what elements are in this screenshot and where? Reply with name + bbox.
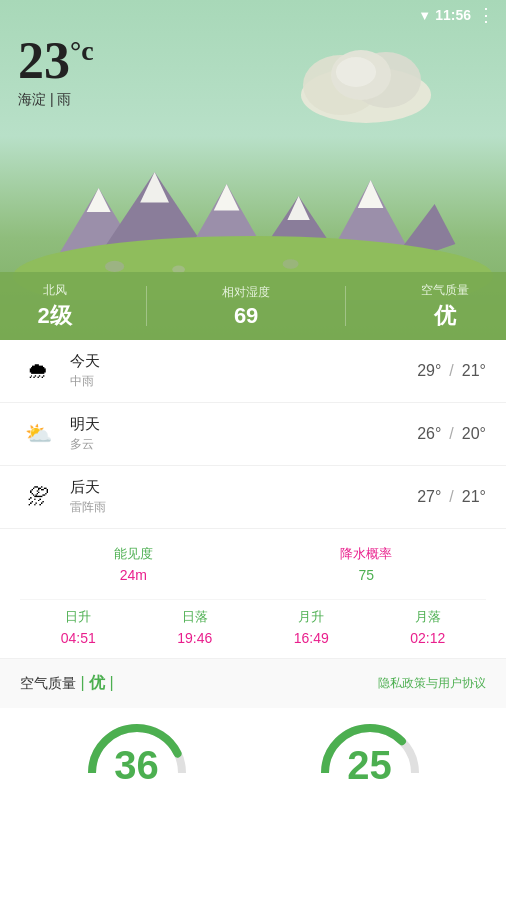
- details-panel: 能见度 24m 降水概率 75 日升 04:51 日落 19:46 月升 16:…: [0, 529, 506, 659]
- precipitation-item: 降水概率 75: [340, 545, 392, 583]
- air-quality-label: 空气质量: [421, 282, 469, 299]
- gauge-2-value: 25: [347, 743, 392, 788]
- wind-label: 北风: [43, 282, 67, 299]
- forecast-day-after[interactable]: ⛈ 后天 雷阵雨 27° / 21°: [0, 466, 506, 529]
- tomorrow-temps: 26° / 20°: [417, 425, 486, 443]
- gauges-section: 36 25: [0, 708, 506, 798]
- humidity-value: 69: [234, 303, 258, 329]
- hero-section: 23°c 海淀 | 雨 北风 2级 相对湿度 69 空气质量 优: [0, 0, 506, 340]
- wind-value: 2级: [37, 301, 71, 331]
- gauge-2: 25: [310, 718, 430, 788]
- day-after-high: 27°: [417, 488, 441, 506]
- precipitation-value: 75: [358, 567, 374, 583]
- svg-point-4: [336, 57, 376, 87]
- day-after-temps: 27° / 21°: [417, 488, 486, 506]
- aq-link[interactable]: 隐私政策与用户协议: [378, 675, 486, 692]
- moonrise-label: 月升: [298, 608, 324, 626]
- visibility-value: 24m: [120, 567, 147, 583]
- stat-divider-2: [345, 286, 346, 326]
- gauge-1: 36: [77, 718, 197, 788]
- aq-title: 空气质量: [20, 675, 76, 691]
- location-weather: 海淀 | 雨: [18, 91, 94, 109]
- today-weather-icon: 🌧: [20, 353, 56, 389]
- day-after-desc: 雷阵雨: [70, 499, 417, 516]
- tomorrow-slash: /: [449, 425, 453, 443]
- more-icon[interactable]: ⋮: [477, 4, 494, 26]
- tomorrow-weather-icon: ⛅: [20, 416, 56, 452]
- moonrise-item: 月升 16:49: [294, 608, 329, 646]
- svg-marker-13: [214, 184, 240, 210]
- stat-divider-1: [146, 286, 147, 326]
- day-after-weather-icon: ⛈: [20, 479, 56, 515]
- tomorrow-desc: 多云: [70, 436, 417, 453]
- wifi-icon: ▼: [418, 8, 431, 23]
- svg-marker-15: [358, 180, 384, 208]
- air-quality-stat: 空气质量 优: [421, 282, 469, 331]
- forecast-tomorrow[interactable]: ⛅ 明天 多云 26° / 20°: [0, 403, 506, 466]
- details-grid: 能见度 24m 降水概率 75: [20, 545, 486, 583]
- day-after-info: 后天 雷阵雨: [70, 478, 417, 516]
- visibility-item: 能见度 24m: [114, 545, 153, 583]
- sunset-label: 日落: [182, 608, 208, 626]
- aq-badge: 优: [89, 674, 105, 691]
- forecast-today[interactable]: 🌧 今天 中雨 29° / 21°: [0, 340, 506, 403]
- svg-point-20: [283, 259, 299, 269]
- aq-cursor: |: [110, 674, 114, 691]
- weather-stats-bar: 北风 2级 相对湿度 69 空气质量 优: [0, 272, 506, 340]
- tomorrow-high: 26°: [417, 425, 441, 443]
- humidity-stat: 相对湿度 69: [222, 284, 270, 329]
- svg-marker-11: [87, 188, 111, 212]
- forecast-section: 🌧 今天 中雨 29° / 21° ⛅ 明天 多云 26° / 20° ⛈ 后天…: [0, 340, 506, 529]
- day-after-slash: /: [449, 488, 453, 506]
- today-day: 今天: [70, 352, 417, 371]
- sunrise-item: 日升 04:51: [61, 608, 96, 646]
- moonset-label: 月落: [415, 608, 441, 626]
- svg-point-18: [105, 261, 124, 272]
- sun-moon-grid: 日升 04:51 日落 19:46 月升 16:49 月落 02:12: [20, 599, 486, 646]
- day-after-day: 后天: [70, 478, 417, 497]
- humidity-label: 相对湿度: [222, 284, 270, 301]
- today-low: 21°: [462, 362, 486, 380]
- tomorrow-info: 明天 多云: [70, 415, 417, 453]
- sunrise-label: 日升: [65, 608, 91, 626]
- temperature-display: 23°c 海淀 | 雨: [18, 35, 94, 109]
- aq-separator: |: [80, 674, 89, 691]
- gauge-1-value: 36: [114, 743, 159, 788]
- sunset-time: 19:46: [177, 630, 212, 646]
- today-high: 29°: [417, 362, 441, 380]
- sunrise-time: 04:51: [61, 630, 96, 646]
- temperature-value: 23°c: [18, 35, 94, 87]
- tomorrow-day: 明天: [70, 415, 417, 434]
- wind-stat: 北风 2级: [37, 282, 71, 331]
- aq-title-area: 空气质量 | 优 |: [20, 673, 114, 694]
- day-after-low: 21°: [462, 488, 486, 506]
- air-quality-value: 优: [434, 301, 456, 331]
- cloud-illustration: [266, 30, 446, 134]
- moonset-item: 月落 02:12: [410, 608, 445, 646]
- visibility-label: 能见度: [114, 545, 153, 563]
- air-quality-section: 空气质量 | 优 | 隐私政策与用户协议: [0, 659, 506, 708]
- today-info: 今天 中雨: [70, 352, 417, 390]
- moonset-time: 02:12: [410, 630, 445, 646]
- tomorrow-low: 20°: [462, 425, 486, 443]
- status-bar: ▼ 11:56 ⋮: [0, 0, 506, 30]
- moonrise-time: 16:49: [294, 630, 329, 646]
- today-slash: /: [449, 362, 453, 380]
- status-time: 11:56: [435, 7, 471, 23]
- precipitation-label: 降水概率: [340, 545, 392, 563]
- sunset-item: 日落 19:46: [177, 608, 212, 646]
- today-temps: 29° / 21°: [417, 362, 486, 380]
- today-desc: 中雨: [70, 373, 417, 390]
